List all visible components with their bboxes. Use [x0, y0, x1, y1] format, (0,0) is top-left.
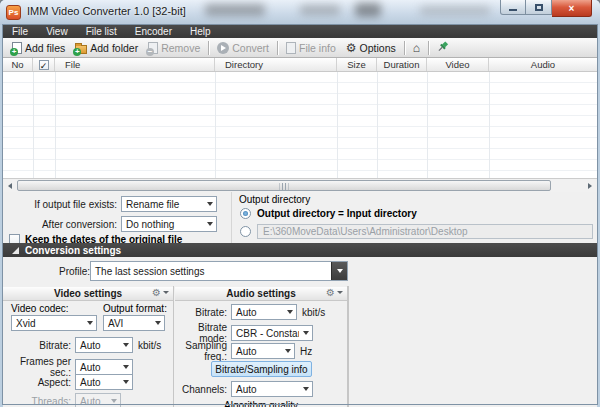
home-button[interactable]: ⌂: [408, 39, 425, 57]
threads-select: Auto: [75, 393, 121, 407]
if-output-exists-select[interactable]: Rename file: [121, 196, 217, 212]
fps-select[interactable]: Auto: [75, 359, 133, 375]
collapse-triangle-icon: [12, 247, 19, 254]
profile-select[interactable]: The last session settings: [90, 261, 348, 281]
scroll-left-icon[interactable]: [8, 183, 12, 189]
profile-row: Profile: The last session settings: [3, 257, 348, 286]
scroll-right-icon[interactable]: [588, 183, 592, 189]
menu-file-list[interactable]: File list: [77, 25, 126, 38]
video-bitrate-label: Bitrate:: [3, 340, 75, 351]
output-same-radio[interactable]: [240, 208, 251, 219]
add-files-label: Add files: [25, 42, 65, 54]
video-bitrate-select[interactable]: Auto: [75, 337, 133, 353]
file-table-header: No ✓ File Directory Size Duration Video …: [3, 58, 597, 72]
menu-help[interactable]: Help: [181, 25, 220, 38]
maximize-button[interactable]: [526, 0, 552, 15]
app-window: Ps IMM Video Converter 1.0 [32-bit] × Fi…: [0, 0, 600, 407]
column-size[interactable]: Size: [337, 58, 377, 71]
audio-bitrate-select[interactable]: Auto: [231, 304, 297, 320]
file-list-body[interactable]: [3, 72, 597, 178]
horizontal-scrollbar-thumb[interactable]: [17, 180, 551, 191]
column-file[interactable]: File: [55, 58, 215, 71]
gear-icon: ⚙: [152, 287, 161, 298]
options-button[interactable]: ⚙ Options: [341, 39, 401, 57]
add-files-button[interactable]: + Add files: [7, 39, 70, 57]
audio-bitrate-label: Bitrate:: [175, 307, 231, 318]
minimize-button[interactable]: [500, 0, 526, 15]
chevron-down-icon: [203, 222, 216, 226]
bitrate-sampling-info-button[interactable]: Bitrate/Sampling info: [211, 361, 312, 377]
column-divider: [33, 72, 34, 178]
column-no[interactable]: No: [3, 58, 33, 71]
output-format-select[interactable]: AVI: [103, 315, 165, 331]
select-all-checkbox[interactable]: ✓: [39, 60, 49, 70]
chevron-down-icon: [107, 399, 120, 403]
chevron-down-icon: [283, 310, 296, 314]
video-settings-header: Video settings ⚙: [3, 287, 173, 301]
check-icon: ✓: [40, 61, 48, 71]
video-gear-menu[interactable]: ⚙: [152, 287, 169, 298]
options-label: Options: [360, 42, 396, 54]
glass-blur-decoration: [300, 5, 340, 15]
chevron-down-icon: [299, 331, 312, 335]
advanced-settings-panel: Advanced settings ⚙ Auto Width: 854 x: [348, 286, 349, 407]
video-codec-select[interactable]: Xvid: [11, 315, 97, 331]
audio-settings-panel: Audio settings ⚙ Bitrate: Auto kbit/s Bi…: [175, 286, 348, 407]
chevron-down-icon: [203, 202, 216, 206]
settings-area: Profile: The last session settings Video…: [3, 257, 597, 407]
column-select-all[interactable]: ✓: [33, 58, 55, 71]
conversion-settings-bar[interactable]: Conversion settings: [3, 243, 597, 257]
pin-button[interactable]: [432, 39, 455, 57]
column-divider: [489, 72, 490, 178]
add-file-icon: +: [12, 42, 22, 54]
toolbar-separator: [277, 41, 278, 55]
add-folder-label: Add folder: [90, 42, 138, 54]
sampling-freq-select[interactable]: Auto: [231, 343, 295, 359]
menu-view[interactable]: View: [37, 25, 77, 38]
conversion-settings-title: Conversion settings: [25, 245, 121, 256]
menu-bar: File View File list Encoder Help: [3, 25, 597, 38]
video-codec-label: Video codec:: [11, 303, 69, 314]
chevron-down-icon: [119, 380, 132, 384]
conversion-options: If output file exists: Rename file After…: [3, 192, 231, 243]
channels-label: Channels:: [175, 384, 231, 395]
glass-blur-decoration: [420, 6, 490, 15]
advanced-vertical-scrollbar[interactable]: [348, 301, 349, 407]
channels-select[interactable]: Auto: [231, 381, 313, 397]
aspect-select[interactable]: Auto: [75, 374, 133, 390]
menu-file[interactable]: File: [3, 25, 37, 38]
algorithm-quality-label: Algorithm quality: [224, 400, 298, 407]
output-custom-radio[interactable]: [240, 226, 251, 237]
chevron-down-icon: [331, 262, 347, 280]
profile-label: Profile:: [59, 266, 90, 277]
add-folder-button[interactable]: + Add folder: [70, 39, 143, 57]
column-directory[interactable]: Directory: [215, 58, 337, 71]
audio-gear-menu[interactable]: ⚙: [326, 287, 343, 298]
chevron-down-icon: [83, 321, 96, 325]
horizontal-scrollbar[interactable]: [3, 178, 597, 192]
title-bar[interactable]: Ps IMM Video Converter 1.0 [32-bit] ×: [0, 0, 600, 25]
output-format-label: Output format:: [103, 303, 167, 314]
after-conversion-select[interactable]: Do nothing: [121, 216, 217, 232]
column-video[interactable]: Video: [427, 58, 489, 71]
close-icon: ×: [569, 3, 575, 14]
window-controls: ×: [500, 0, 592, 17]
bitrate-mode-select[interactable]: CBR - Constant: [231, 325, 313, 341]
video-bitrate-unit: kbit/s: [133, 340, 161, 351]
output-directory-group: Output directory Output directory = Inpu…: [231, 192, 597, 243]
column-audio[interactable]: Audio: [489, 58, 597, 71]
column-duration[interactable]: Duration: [377, 58, 427, 71]
remove-label: Remove: [161, 42, 200, 54]
file-info-icon: [286, 42, 296, 54]
window-title: IMM Video Converter 1.0 [32-bit]: [27, 5, 186, 17]
video-settings-panel: Video settings ⚙ Video codec: Output for…: [3, 286, 174, 407]
gear-icon: ⚙: [346, 42, 357, 54]
aspect-label: Aspect:: [3, 377, 75, 388]
output-same-label: Output directory = Input directory: [257, 208, 417, 219]
chevron-down-icon: [119, 343, 132, 347]
menu-encoder[interactable]: Encoder: [126, 25, 181, 38]
pin-icon: [437, 41, 450, 54]
close-button[interactable]: ×: [552, 0, 592, 17]
glass-blur-decoration: [355, 3, 381, 17]
chevron-down-icon: [151, 321, 164, 325]
